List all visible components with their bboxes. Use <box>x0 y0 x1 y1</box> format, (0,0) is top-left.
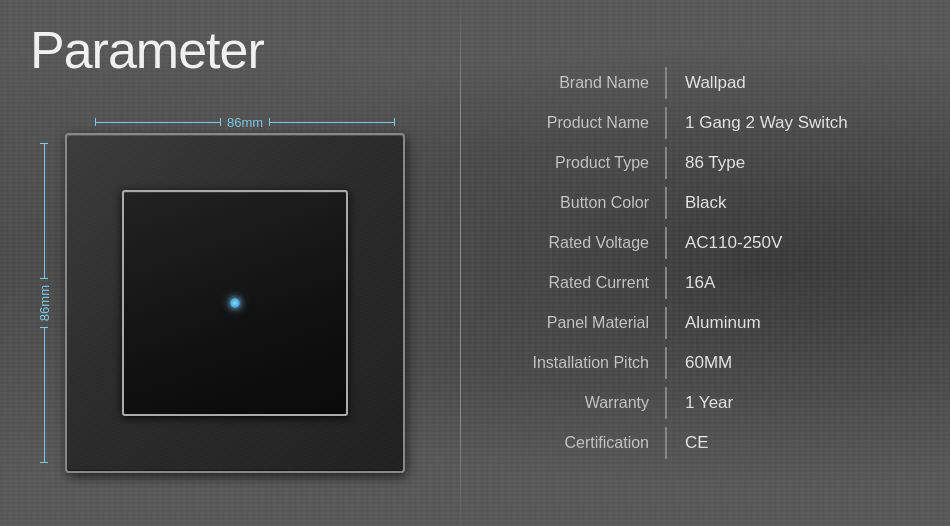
param-label: Button Color <box>480 183 665 223</box>
right-panel: Brand NameWallpadProduct Name1 Gang 2 Wa… <box>460 0 950 526</box>
dim-line-horizontal <box>95 122 221 123</box>
param-row: Rated VoltageAC110-250V <box>480 223 920 263</box>
param-label: Warranty <box>480 383 665 423</box>
parameters-table: Brand NameWallpadProduct Name1 Gang 2 Wa… <box>480 63 920 463</box>
vertical-divider <box>460 0 461 526</box>
left-panel: Parameter 86mm 86mm <box>0 0 460 526</box>
page-title: Parameter <box>30 20 440 80</box>
param-label: Product Type <box>480 143 665 183</box>
param-value: AC110-250V <box>667 223 920 263</box>
param-value: 1 Year <box>667 383 920 423</box>
param-value: 16A <box>667 263 920 303</box>
dim-line-vertical <box>44 143 45 279</box>
param-row: Installation Pitch60MM <box>480 343 920 383</box>
param-value: 86 Type <box>667 143 920 183</box>
param-value: 60MM <box>667 343 920 383</box>
param-value: Wallpad <box>667 63 920 103</box>
product-diagram: 86mm 86mm <box>30 100 440 506</box>
outer-plate <box>65 133 405 473</box>
dimension-top: 86mm <box>95 115 395 130</box>
param-label: Certification <box>480 423 665 463</box>
param-row: Button ColorBlack <box>480 183 920 223</box>
param-row: Panel MaterialAluminum <box>480 303 920 343</box>
param-row: CertificationCE <box>480 423 920 463</box>
led-indicator <box>230 298 240 308</box>
param-row: Warranty1 Year <box>480 383 920 423</box>
width-label: 86mm <box>221 115 269 130</box>
param-row: Rated Current16A <box>480 263 920 303</box>
param-label: Installation Pitch <box>480 343 665 383</box>
dim-line-horizontal-2 <box>269 122 395 123</box>
param-value: CE <box>667 423 920 463</box>
param-label: Brand Name <box>480 63 665 103</box>
param-value: Black <box>667 183 920 223</box>
param-label: Rated Voltage <box>480 223 665 263</box>
param-label: Rated Current <box>480 263 665 303</box>
height-label: 86mm <box>37 279 52 327</box>
dim-line-vertical-2 <box>44 327 45 463</box>
param-row: Product Name1 Gang 2 Way Switch <box>480 103 920 143</box>
diagram-wrapper: 86mm 86mm <box>65 133 405 473</box>
param-label: Panel Material <box>480 303 665 343</box>
dimension-left: 86mm <box>37 143 52 463</box>
param-value: Aluminum <box>667 303 920 343</box>
param-label: Product Name <box>480 103 665 143</box>
inner-switch-frame <box>122 190 348 416</box>
param-row: Brand NameWallpad <box>480 63 920 103</box>
param-value: 1 Gang 2 Way Switch <box>667 103 920 143</box>
param-row: Product Type86 Type <box>480 143 920 183</box>
